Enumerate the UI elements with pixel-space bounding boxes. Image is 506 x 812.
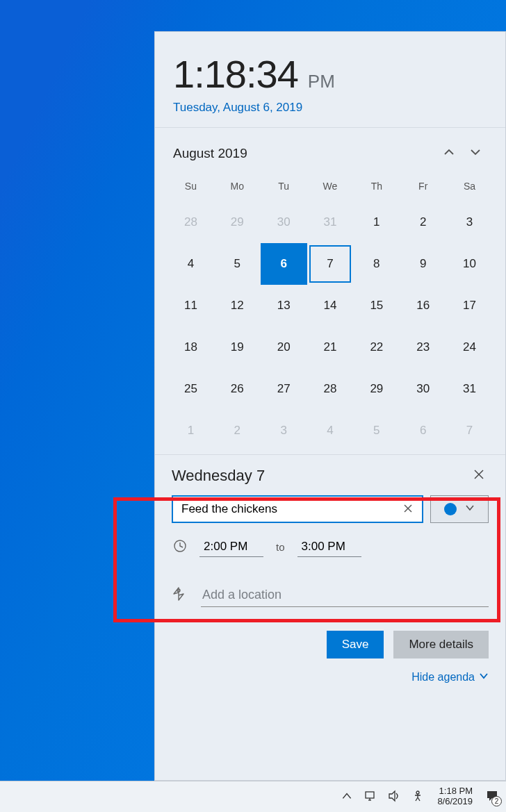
calendar-day[interactable]: 24 — [446, 326, 493, 368]
next-month-button[interactable] — [462, 140, 489, 167]
weekday-label: We — [307, 174, 354, 201]
calendar-day[interactable]: 26 — [214, 368, 261, 410]
chevron-down-icon — [470, 147, 481, 160]
network-icon — [364, 790, 377, 804]
calendar-day[interactable]: 7 — [446, 410, 493, 451]
month-label[interactable]: August 2019 — [173, 146, 436, 161]
calendar-day[interactable]: 11 — [168, 285, 214, 326]
svg-marker-9 — [389, 791, 395, 801]
calendar-day[interactable]: 7 — [307, 243, 354, 285]
event-editor: Wednesday 7 to — [155, 454, 505, 557]
tray-overflow-button[interactable] — [340, 790, 354, 804]
calendar-day[interactable]: 1 — [353, 201, 400, 243]
calendar-day[interactable]: 31 — [307, 201, 354, 243]
chevron-down-icon — [465, 503, 475, 515]
calendar-color-dot — [444, 503, 457, 515]
calendar-day[interactable]: 4 — [307, 410, 354, 451]
hide-agenda-link[interactable]: Hide agenda — [411, 671, 475, 683]
clock-ampm: PM — [308, 71, 335, 92]
calendar-day[interactable]: 10 — [446, 243, 493, 285]
close-icon — [474, 470, 484, 482]
calendar-day[interactable]: 30 — [400, 368, 446, 410]
calendar-day[interactable]: 1 — [168, 410, 214, 451]
calendar-day[interactable]: 8 — [353, 243, 400, 285]
event-title-field-wrap — [172, 495, 423, 523]
calendar-day[interactable]: 5 — [214, 243, 261, 285]
calendar-day[interactable]: 22 — [353, 326, 400, 368]
location-icon — [172, 586, 186, 604]
clear-title-button[interactable] — [400, 501, 416, 517]
hide-agenda-row[interactable]: Hide agenda — [155, 658, 505, 683]
weekday-label: Th — [353, 174, 400, 201]
event-to-label: to — [276, 541, 285, 553]
calendar-day[interactable]: 2 — [400, 201, 446, 243]
calendar-day[interactable]: 15 — [353, 285, 400, 326]
save-button[interactable]: Save — [327, 631, 384, 658]
calendar-day[interactable]: 23 — [400, 326, 446, 368]
tray-network-button[interactable] — [364, 790, 377, 804]
calendar-day[interactable]: 4 — [168, 243, 214, 285]
tray-date: 8/6/2019 — [437, 797, 473, 807]
volume-icon — [388, 790, 400, 804]
clock-date[interactable]: Tuesday, August 6, 2019 — [173, 101, 487, 115]
event-location-row — [155, 583, 505, 607]
calendar-day[interactable]: 9 — [400, 243, 446, 285]
event-location-input[interactable] — [201, 583, 489, 607]
calendar-day[interactable]: 6 — [400, 410, 446, 451]
tray-clock[interactable]: 1:18 PM 8/6/2019 — [434, 786, 475, 807]
tray-volume-button[interactable] — [387, 790, 401, 804]
calendar-day[interactable]: 28 — [168, 201, 214, 243]
calendar-day[interactable]: 5 — [353, 410, 400, 451]
calendar-day[interactable]: 21 — [307, 326, 354, 368]
clock-icon — [173, 539, 187, 556]
action-center-button[interactable]: 2 — [485, 790, 499, 804]
calendar-day[interactable]: 18 — [168, 326, 214, 368]
calendar-flyout: 1:18:34 PM Tuesday, August 6, 2019 Augus… — [154, 31, 506, 781]
weekday-label: Su — [168, 174, 214, 201]
taskbar: 1:18 PM 8/6/2019 2 — [0, 781, 506, 812]
calendar-day[interactable]: 31 — [446, 368, 493, 410]
calendar-day[interactable]: 29 — [353, 368, 400, 410]
calendar-day[interactable]: 17 — [446, 285, 493, 326]
event-time-row: to — [172, 537, 489, 557]
calendar-day[interactable]: 19 — [214, 326, 261, 368]
calendar-day[interactable]: 25 — [168, 368, 214, 410]
ease-of-access-icon — [411, 790, 424, 804]
chevron-down-icon — [479, 671, 489, 683]
close-icon — [404, 503, 412, 515]
calendar-day[interactable]: 14 — [307, 285, 354, 326]
event-end-time-input[interactable] — [297, 537, 361, 557]
calendar-day[interactable]: 27 — [261, 368, 307, 410]
chevron-up-icon — [341, 790, 353, 804]
weekday-label: Mo — [214, 174, 261, 201]
notification-badge: 2 — [491, 796, 502, 806]
event-buttons: Save More details — [155, 607, 505, 658]
event-day-label: Wednesday 7 — [172, 467, 469, 485]
calendar-day[interactable]: 20 — [261, 326, 307, 368]
calendar-grid: SuMoTuWeThFrSa 2829303112345678910111213… — [155, 171, 505, 454]
tray-ease-of-access-button[interactable] — [411, 790, 425, 804]
clock-block: 1:18:34 PM Tuesday, August 6, 2019 — [155, 32, 505, 128]
prev-month-button[interactable] — [436, 140, 462, 167]
month-header: August 2019 — [155, 128, 505, 171]
clock-time: 1:18:34 — [173, 51, 298, 97]
calendar-day[interactable]: 28 — [307, 368, 354, 410]
tray-time: 1:18 PM — [437, 786, 473, 797]
event-start-time-input[interactable] — [199, 537, 263, 557]
calendar-day[interactable]: 29 — [214, 201, 261, 243]
calendar-day[interactable]: 2 — [214, 410, 261, 451]
calendar-color-picker[interactable] — [430, 495, 489, 523]
calendar-day[interactable]: 12 — [214, 285, 261, 326]
calendar-day[interactable]: 3 — [261, 410, 307, 451]
calendar-day[interactable]: 13 — [261, 285, 307, 326]
event-close-button[interactable] — [469, 466, 489, 486]
svg-rect-6 — [366, 792, 374, 798]
calendar-day[interactable]: 30 — [261, 201, 307, 243]
calendar-day[interactable]: 6 — [261, 243, 307, 285]
calendar-day[interactable]: 16 — [400, 285, 446, 326]
more-details-button[interactable]: More details — [393, 631, 489, 658]
event-title-input[interactable] — [181, 502, 400, 516]
svg-point-10 — [416, 791, 419, 794]
weekday-label: Sa — [446, 174, 493, 201]
calendar-day[interactable]: 3 — [446, 201, 493, 243]
